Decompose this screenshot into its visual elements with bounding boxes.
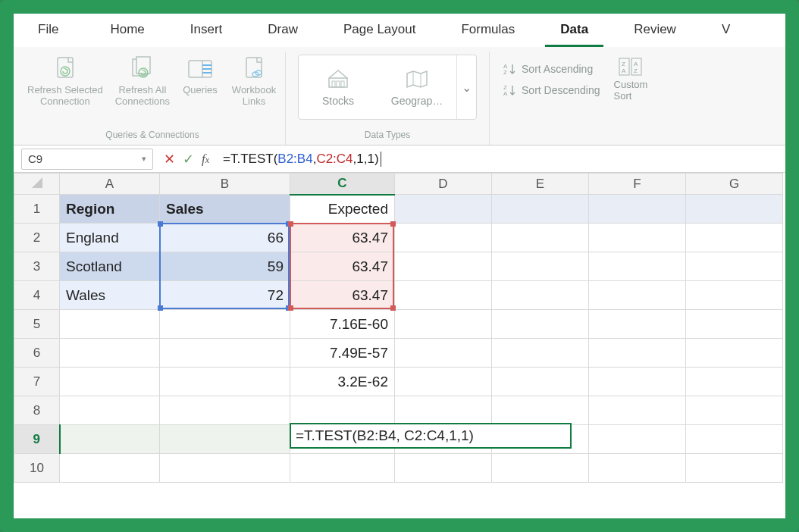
cell-C4[interactable]: 63.47 <box>290 281 395 310</box>
refresh-selected-connection-button[interactable]: Refresh SelectedConnection <box>24 52 106 127</box>
svg-text:Z: Z <box>634 67 638 74</box>
cell-A2[interactable]: England <box>60 224 160 252</box>
row-header-5[interactable]: 5 <box>14 310 60 339</box>
formula-input[interactable]: =T.TEST(B2:B4, C2:C4,1,1) <box>215 152 785 167</box>
formula-range-1: B2:B4 <box>277 152 312 167</box>
svg-point-1 <box>61 67 70 76</box>
geography-data-type-button[interactable]: Geograp… <box>378 55 456 119</box>
cell-B1[interactable]: Sales <box>160 195 290 224</box>
sort-desc-icon: ZA <box>503 83 517 97</box>
data-types-more-button[interactable]: ⌄ <box>456 55 476 119</box>
formula-cancel-button[interactable]: ✕ <box>164 151 175 167</box>
row-header-7[interactable]: 7 <box>14 368 60 396</box>
formula-enter-button[interactable]: ✓ <box>183 151 194 167</box>
sort-descending-button[interactable]: ZA Sort Descending <box>503 83 600 97</box>
svg-rect-14 <box>332 81 335 87</box>
row-header-1[interactable]: 1 <box>14 195 60 224</box>
active-cell-formula-overlay[interactable]: =T.TEST(B2:B4, C2:C4,1,1) <box>290 423 572 449</box>
sort-desc-label: Sort Descending <box>522 84 600 96</box>
cell-B3[interactable]: 59 <box>160 252 290 281</box>
geography-label: Geograp… <box>391 95 443 107</box>
workbook-links-button[interactable]: WorkbookLinks <box>227 52 280 127</box>
tab-insert[interactable]: Insert <box>175 14 238 47</box>
cell-C2[interactable]: 63.47 <box>290 224 395 252</box>
tab-page-layout[interactable]: Page Layout <box>328 14 431 47</box>
row-header-9[interactable]: 9 <box>14 425 60 454</box>
cell-B2[interactable]: 66 <box>160 224 290 252</box>
column-header-G[interactable]: G <box>686 174 783 195</box>
workbook-links-label: WorkbookLinks <box>232 85 276 108</box>
geography-icon <box>404 67 430 90</box>
sort-asc-icon: AZ <box>503 62 517 76</box>
column-header-F[interactable]: F <box>589 174 686 195</box>
row-header-10[interactable]: 10 <box>14 454 60 483</box>
queries-button[interactable]: Queries <box>179 52 221 127</box>
formula-part-prefix: =T.TEST( <box>223 152 277 167</box>
tab-review[interactable]: Review <box>619 14 691 47</box>
svg-text:A: A <box>503 90 508 97</box>
queries-group-label: Queries & Connections <box>105 127 199 145</box>
stocks-data-type-button[interactable]: Stocks <box>299 55 378 119</box>
row-header-4[interactable]: 4 <box>14 281 60 310</box>
column-header-B[interactable]: B <box>160 174 290 195</box>
refresh-selected-icon <box>55 55 76 83</box>
stocks-label: Stocks <box>322 95 354 107</box>
tab-file[interactable]: File <box>23 14 74 47</box>
name-box[interactable]: C9 ▾ <box>21 149 153 170</box>
custom-sort-button[interactable]: ZAAZ CustomSort <box>600 52 651 102</box>
svg-text:Z: Z <box>503 69 507 76</box>
ribbon-content: Refresh SelectedConnection Refresh AllCo… <box>14 47 785 146</box>
refresh-selected-label: Refresh SelectedConnection <box>27 85 103 108</box>
cell-A1[interactable]: Region <box>60 195 160 224</box>
queries-icon <box>187 55 213 83</box>
formula-range-2: C2:C4 <box>316 152 352 167</box>
tab-draw[interactable]: Draw <box>252 14 313 47</box>
column-header-D[interactable]: D <box>395 174 492 195</box>
cell-C6[interactable]: 7.49E-57 <box>290 339 395 368</box>
cell-B4[interactable]: 72 <box>160 281 290 310</box>
ribbon-tabs: File Home Insert Draw Page Layout Formul… <box>14 14 785 47</box>
chevron-down-icon: ⌄ <box>462 80 472 95</box>
cell-C1[interactable]: Expected <box>290 195 395 224</box>
column-header-A[interactable]: A <box>60 174 160 195</box>
formula-part-suffix: ,1,1) <box>353 152 379 167</box>
data-types-box: Stocks Geograp… ⌄ <box>298 55 477 120</box>
svg-rect-15 <box>337 81 340 87</box>
tab-home[interactable]: Home <box>95 14 159 47</box>
tab-view[interactable]: V <box>707 14 745 47</box>
select-all-corner[interactable] <box>14 174 60 195</box>
refresh-all-icon <box>131 55 154 83</box>
svg-rect-10 <box>246 58 262 77</box>
column-header-C[interactable]: C <box>290 174 395 195</box>
custom-sort-label: CustomSort <box>614 79 648 102</box>
row-header-8[interactable]: 8 <box>14 396 60 425</box>
cell-A3[interactable]: Scotland <box>60 252 160 281</box>
refresh-all-connections-button[interactable]: Refresh AllConnections <box>112 52 173 127</box>
svg-text:Z: Z <box>622 61 625 67</box>
name-box-value: C9 <box>28 152 42 165</box>
stocks-icon <box>326 67 350 90</box>
sort-ascending-button[interactable]: AZ Sort Ascending <box>503 62 600 76</box>
svg-rect-0 <box>58 58 73 77</box>
svg-text:A: A <box>622 67 626 74</box>
svg-text:A: A <box>634 61 638 67</box>
queries-label: Queries <box>183 85 218 96</box>
excel-window: File Home Insert Draw Page Layout Formul… <box>14 14 785 518</box>
cell-C5[interactable]: 7.16E-60 <box>290 310 395 339</box>
insert-function-button[interactable]: fx <box>202 152 209 167</box>
refresh-all-label: Refresh AllConnections <box>115 85 170 108</box>
cell-C3[interactable]: 63.47 <box>290 252 395 281</box>
cell-A4[interactable]: Wales <box>60 281 160 310</box>
tab-data[interactable]: Data <box>545 14 603 47</box>
custom-sort-icon: ZAAZ <box>618 56 644 79</box>
column-header-E[interactable]: E <box>492 174 589 195</box>
name-box-dropdown-icon[interactable]: ▾ <box>142 154 146 164</box>
cell-C7[interactable]: 3.2E-62 <box>290 368 395 396</box>
row-header-3[interactable]: 3 <box>14 252 60 281</box>
row-header-6[interactable]: 6 <box>14 339 60 368</box>
row-header-2[interactable]: 2 <box>14 224 60 252</box>
tab-formulas[interactable]: Formulas <box>446 14 530 47</box>
data-types-group-label: Data Types <box>365 127 410 145</box>
svg-rect-16 <box>341 81 344 87</box>
text-cursor <box>381 152 381 167</box>
